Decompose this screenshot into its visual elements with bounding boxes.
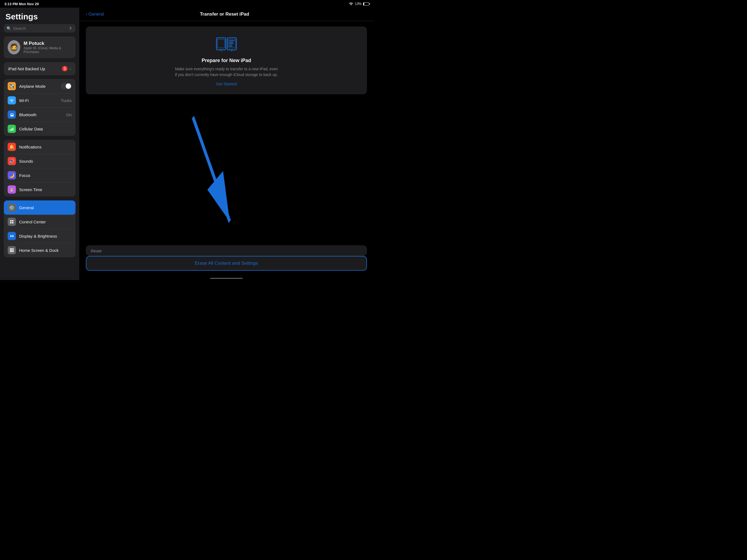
- svg-rect-7: [10, 248, 11, 249]
- prepare-description: Make sure everything's ready to transfer…: [175, 66, 278, 78]
- sidebar-item-wifi[interactable]: Wi-Fi Tucks: [4, 93, 75, 107]
- home-bar: [210, 278, 243, 279]
- svg-rect-12: [12, 250, 14, 251]
- arrow-area: Reset Erase All Content and Settings: [86, 99, 367, 271]
- prepare-title: Prepare for New iPad: [202, 58, 251, 63]
- focus-label: Focus: [19, 173, 72, 178]
- general-icon: ⚙️: [8, 203, 16, 212]
- reset-section-header: Reset: [86, 245, 367, 256]
- airplane-mode-icon: ✈️: [8, 82, 16, 90]
- cellular-icon: [8, 125, 16, 133]
- svg-rect-1: [11, 128, 12, 131]
- sidebar-item-sounds[interactable]: 🔊 Sounds: [4, 154, 75, 168]
- avatar: 🧔: [8, 40, 20, 54]
- svg-rect-11: [11, 250, 12, 251]
- svg-rect-23: [229, 42, 233, 42]
- backup-warning[interactable]: iPad Not Backed Up 1 ›: [4, 62, 75, 75]
- sidebar-title: Settings: [0, 8, 79, 24]
- bluetooth-icon: ⬓: [8, 110, 16, 119]
- control-center-icon: [8, 218, 16, 226]
- svg-rect-13: [10, 251, 11, 252]
- app-body: Settings 🔍 🎙 🧔 M Potuck Apple ID, iCloud…: [0, 8, 374, 280]
- general-label: General: [19, 205, 72, 210]
- profile-subtitle: Apple ID, iCloud, Media & Purchases: [24, 46, 72, 54]
- control-center-label: Control Center: [19, 220, 72, 224]
- svg-point-21: [231, 50, 232, 51]
- get-started-link[interactable]: Get Started: [216, 81, 237, 86]
- sidebar-item-focus[interactable]: 🌙 Focus: [4, 168, 75, 182]
- chevron-right-icon: ›: [70, 67, 71, 71]
- settings-group-notifications: 🔔 Notifications 🔊 Sounds 🌙 Focus ⏳ Scree…: [4, 140, 75, 197]
- wifi-icon: [349, 2, 353, 6]
- sidebar-item-airplane-mode[interactable]: ✈️ Airplane Mode: [4, 79, 75, 93]
- svg-rect-4: [12, 220, 14, 222]
- backup-warning-text: iPad Not Backed Up: [8, 67, 45, 71]
- screen-time-icon: ⏳: [8, 185, 16, 194]
- reset-container: Reset Erase All Content and Settings: [86, 245, 367, 271]
- wifi-settings-icon: [8, 96, 16, 104]
- search-input[interactable]: [13, 26, 67, 31]
- cellular-label: Cellular Data: [19, 127, 72, 131]
- panel-title: Transfer or Reset iPad: [104, 11, 345, 17]
- status-icons: 13%: [349, 2, 369, 6]
- svg-rect-26: [229, 46, 233, 47]
- notifications-label: Notifications: [19, 145, 72, 149]
- erase-all-button[interactable]: Erase All Content and Settings: [86, 256, 367, 271]
- bluetooth-value: On: [66, 112, 72, 117]
- status-bar: 3:13 PM Mon Nov 29 13%: [0, 0, 374, 8]
- notifications-icon: 🔔: [8, 143, 16, 151]
- bluetooth-label: Bluetooth: [19, 112, 63, 117]
- focus-icon: 🌙: [8, 171, 16, 179]
- backup-badge-count: 1: [62, 66, 68, 71]
- home-screen-icon: [8, 246, 16, 254]
- svg-rect-24: [229, 43, 234, 44]
- status-time: 3:13 PM Mon Nov 29: [4, 2, 39, 6]
- sounds-icon: 🔊: [8, 157, 16, 165]
- battery-text: 13%: [355, 2, 361, 6]
- prepare-card: Prepare for New iPad Make sure everythin…: [86, 27, 367, 94]
- panel-content: Prepare for New iPad Make sure everythin…: [79, 21, 374, 276]
- search-bar[interactable]: 🔍 🎙: [4, 24, 75, 32]
- sidebar: Settings 🔍 🎙 🧔 M Potuck Apple ID, iCloud…: [0, 8, 79, 280]
- sidebar-item-general[interactable]: ⚙️ General: [4, 200, 75, 215]
- reset-section: Reset: [86, 245, 367, 256]
- sidebar-item-screen-time[interactable]: ⏳ Screen Time: [4, 182, 75, 197]
- display-label: Display & Brightness: [19, 234, 72, 238]
- sidebar-item-bluetooth[interactable]: ⬓ Bluetooth On: [4, 107, 75, 122]
- backup-badge: 1 ›: [62, 66, 71, 71]
- svg-rect-9: [12, 248, 14, 249]
- sidebar-item-home-screen[interactable]: Home Screen & Dock: [4, 243, 75, 257]
- back-button[interactable]: ‹ General: [86, 12, 104, 17]
- chevron-left-icon: ‹: [86, 12, 87, 17]
- main-panel: ‹ General Transfer or Reset iPad: [79, 8, 374, 280]
- settings-group-connectivity: ✈️ Airplane Mode Wi-Fi Tucks ⬓ Bluetooth…: [4, 79, 75, 136]
- svg-rect-0: [10, 129, 11, 131]
- sidebar-item-notifications[interactable]: 🔔 Notifications: [4, 140, 75, 154]
- svg-rect-10: [10, 250, 11, 251]
- svg-rect-25: [229, 45, 232, 45]
- svg-rect-2: [12, 128, 14, 131]
- panel-header: ‹ General Transfer or Reset iPad: [79, 8, 374, 21]
- svg-point-18: [221, 50, 222, 51]
- profile-card[interactable]: 🧔 M Potuck Apple ID, iCloud, Media & Pur…: [4, 36, 75, 58]
- back-label: General: [88, 12, 104, 17]
- microphone-icon: 🎙: [69, 26, 73, 31]
- sidebar-item-display[interactable]: AA Display & Brightness: [4, 229, 75, 243]
- annotation-arrow: [86, 99, 367, 271]
- svg-line-28: [193, 117, 230, 222]
- svg-rect-15: [12, 251, 14, 252]
- prepare-icon: [215, 35, 237, 54]
- svg-rect-22: [229, 40, 235, 41]
- svg-rect-6: [12, 222, 14, 223]
- wifi-value: Tucks: [61, 98, 72, 103]
- sidebar-item-cellular[interactable]: Cellular Data: [4, 122, 75, 136]
- profile-name: M Potuck: [24, 41, 72, 46]
- screen-time-label: Screen Time: [19, 187, 72, 192]
- airplane-mode-toggle[interactable]: [61, 83, 72, 90]
- airplane-mode-label: Airplane Mode: [19, 84, 57, 88]
- svg-rect-3: [10, 220, 11, 222]
- sidebar-item-control-center[interactable]: Control Center: [4, 215, 75, 229]
- display-icon: AA: [8, 232, 16, 240]
- wifi-label: Wi-Fi: [19, 98, 58, 103]
- home-indicator: [79, 276, 374, 280]
